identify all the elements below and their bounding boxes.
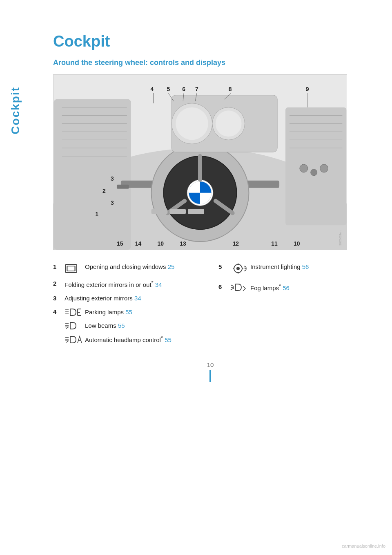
item-6-number: 6 — [218, 283, 227, 290]
svg-text:7: 7 — [195, 86, 198, 92]
window-icon — [65, 263, 82, 274]
svg-point-31 — [300, 164, 308, 172]
items-right-column: 5 j — [218, 262, 368, 349]
fog-icon — [230, 283, 247, 292]
svg-text:10: 10 — [157, 240, 164, 247]
item-1-number: 1 — [53, 263, 62, 270]
item-2-number: 2 — [53, 280, 62, 287]
item-4b-text: Low beams 55 — [85, 321, 172, 330]
page-title: Cockpit — [53, 33, 368, 50]
website-watermark: carmanualsonline.info — [342, 544, 385, 548]
item-3-number: 3 — [53, 295, 62, 302]
items-left-column: 1 Opening and closing windows 25 2 — [53, 262, 202, 349]
item-4a-text: Parking lamps 55 — [85, 308, 172, 316]
svg-line-84 — [231, 285, 234, 286]
svg-point-32 — [311, 169, 317, 176]
section-subtitle: Around the steering wheel: controls and … — [53, 58, 368, 67]
item-4c-text: Automatic headlamp control* 55 — [85, 334, 172, 344]
svg-rect-12 — [247, 181, 279, 188]
sidebar-label: Cockpit — [7, 65, 24, 155]
svg-text:12: 12 — [233, 240, 239, 247]
main-content: Cockpit Around the steering wheel: contr… — [29, 0, 392, 407]
svg-rect-25 — [285, 107, 346, 226]
svg-text:3: 3 — [111, 200, 114, 206]
svg-line-86 — [231, 288, 234, 290]
svg-rect-11 — [117, 185, 129, 189]
item-6-text: Fog lamps* 56 — [250, 282, 368, 292]
svg-text:j: j — [244, 265, 245, 269]
svg-point-22 — [176, 107, 208, 140]
svg-text:6: 6 — [182, 86, 185, 92]
item-1-text: Opening and closing windows 25 — [85, 262, 202, 271]
cockpit-diagram: 4 5 6 7 8 9 15 14 10 13 12 11 10 2 3 3 1 — [53, 74, 347, 250]
svg-text:14: 14 — [135, 240, 142, 247]
svg-text:13: 13 — [180, 240, 186, 247]
item-5-text: Instrument lighting 56 — [250, 262, 368, 271]
items-list: 1 Opening and closing windows 25 2 — [53, 262, 368, 349]
item-3-text: Adjusting exterior mirrors 34 — [65, 294, 202, 302]
svg-rect-62 — [67, 266, 75, 271]
item-2-text: Folding exterior mirrors in or out* 34 — [65, 279, 202, 289]
item-2: 2 Folding exterior mirrors in or out* 34 — [53, 279, 202, 289]
svg-point-77 — [236, 267, 240, 270]
svg-rect-36 — [188, 209, 204, 214]
item-5-number: 5 — [218, 263, 227, 270]
item-4: 4 — [53, 307, 202, 344]
svg-rect-2 — [54, 99, 131, 250]
page-number: 10 — [53, 361, 368, 382]
svg-text:S0C0024en: S0C0024en — [339, 231, 342, 246]
svg-text:5: 5 — [167, 86, 170, 92]
svg-text:3: 3 — [111, 175, 114, 182]
svg-text:4: 4 — [151, 86, 154, 92]
item-5: 5 j — [218, 262, 368, 274]
item-4-number: 4 — [53, 308, 62, 315]
low-beam-icon — [65, 321, 82, 330]
auto-headlamp-icon — [65, 335, 82, 344]
svg-text:2: 2 — [102, 188, 106, 194]
item-6: 6 Fog lamps* 56 — [218, 282, 368, 292]
parking-icon — [65, 308, 82, 317]
svg-text:9: 9 — [306, 86, 309, 92]
svg-text:10: 10 — [294, 240, 300, 247]
svg-text:1: 1 — [95, 211, 98, 217]
svg-point-33 — [320, 164, 328, 172]
svg-text:15: 15 — [117, 240, 123, 247]
svg-rect-34 — [151, 209, 168, 214]
instrument-icon: j — [230, 263, 247, 274]
svg-text:8: 8 — [229, 86, 232, 92]
svg-point-24 — [216, 111, 242, 137]
svg-text:11: 11 — [271, 240, 278, 247]
item-3: 3 Adjusting exterior mirrors 34 — [53, 294, 202, 302]
item-1: 1 Opening and closing windows 25 — [53, 262, 202, 274]
svg-rect-35 — [169, 209, 186, 214]
